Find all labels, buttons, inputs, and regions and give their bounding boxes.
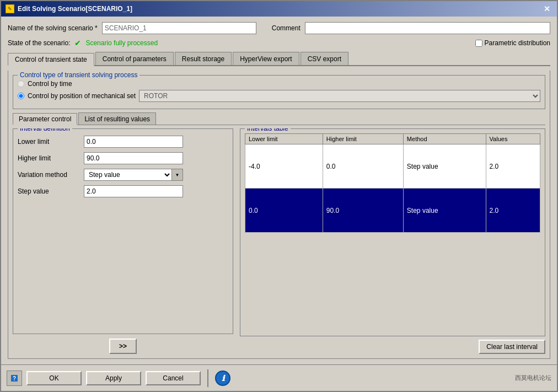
inner-tab-param-control[interactable]: Parameter control xyxy=(13,113,77,125)
state-row: State of the scenario: ✔ Scenario fully … xyxy=(8,39,550,47)
arrow-btn-row: >> xyxy=(13,334,233,354)
intervals-table-title: Intervals table xyxy=(245,128,291,132)
intervals-group: Intervals table Lower limit Higher limit… xyxy=(240,128,545,336)
content-area: Name of the solving scenario * Comment S… xyxy=(1,17,557,364)
control-type-title: Control type of transient solving proces… xyxy=(18,71,140,79)
col-values: Values xyxy=(486,134,540,144)
scenario-name-row: Name of the solving scenario * Comment xyxy=(8,22,550,34)
table-row[interactable]: -4.00.0Step value2.0 xyxy=(245,144,540,189)
close-button[interactable]: ✕ xyxy=(541,3,552,14)
variation-method-label: Variation method xyxy=(18,171,84,179)
info-icon: ℹ xyxy=(215,370,230,386)
lower-limit-input[interactable] xyxy=(84,136,183,148)
parametric-distribution-label: Parametric distribution xyxy=(485,39,550,47)
app-icon: ✎ xyxy=(6,4,14,13)
higher-limit-input[interactable] xyxy=(84,152,183,164)
lower-limit-row: Lower limit xyxy=(18,136,228,148)
right-panel: Intervals table Lower limit Higher limit… xyxy=(240,128,545,354)
dropdown-arrow-icon: ▼ xyxy=(172,169,183,181)
inner-tab-resulting-values[interactable]: List of resulting values xyxy=(78,112,156,125)
parametric-distribution-checkbox[interactable] xyxy=(475,40,482,47)
main-window: ✎ Edit Solving Scenario[SCENARIO_1] ✕ Na… xyxy=(0,0,558,392)
variation-method-wrapper: Step value Number of steps ▼ xyxy=(84,169,183,181)
step-value-input[interactable] xyxy=(84,185,183,197)
radio-control-by-time[interactable] xyxy=(18,80,24,87)
state-value: Scenario fully processed xyxy=(85,39,158,47)
step-value-row: Step value xyxy=(18,185,228,197)
variation-method-row: Variation method Step value Number of st… xyxy=(18,169,228,181)
bottom-icon: ? xyxy=(7,370,22,386)
scenario-name-label: Name of the solving scenario * xyxy=(8,24,98,32)
separator xyxy=(207,369,208,387)
radio-control-by-position[interactable] xyxy=(18,93,24,99)
scenario-name-input[interactable] xyxy=(102,22,256,34)
mechanical-set-select[interactable]: ROTOR xyxy=(139,90,540,102)
interval-definition-group: Interval definition Lower limit Higher l… xyxy=(13,128,233,334)
control-type-group: Control type of transient solving proces… xyxy=(13,75,545,109)
col-lower-limit: Lower limit xyxy=(245,134,323,144)
svg-text:?: ? xyxy=(13,375,16,382)
comment-label: Comment xyxy=(272,24,301,32)
tab-transient[interactable]: Control of transient state xyxy=(8,53,94,66)
window-title: Edit Solving Scenario[SCENARIO_1] xyxy=(18,5,132,13)
higher-limit-row: Higher limit xyxy=(18,152,228,164)
watermark: 西莫电机论坛 xyxy=(515,374,551,382)
radio-time-label: Control by time xyxy=(28,80,72,88)
tab-result[interactable]: Result storage xyxy=(175,52,232,65)
parametric-dist-row: Parametric distribution xyxy=(475,39,550,47)
lower-limit-label: Lower limit xyxy=(18,138,84,146)
apply-button[interactable]: Apply xyxy=(86,371,141,385)
interval-def-title: Interval definition xyxy=(18,128,72,132)
col-higher-limit: Higher limit xyxy=(323,134,403,144)
tab-csv[interactable]: CSV export xyxy=(301,52,348,65)
step-value-label: Step value xyxy=(18,187,84,195)
radio-position-row: Control by position of mechanical set RO… xyxy=(18,90,540,102)
state-checkmark: ✔ xyxy=(74,39,81,47)
bottom-bar: ? OK Apply Cancel ℹ 西莫电机论坛 xyxy=(1,364,557,391)
tab-hyperview[interactable]: HyperView export xyxy=(233,52,299,65)
main-tab-strip: Control of transient state Control of pa… xyxy=(8,52,550,66)
higher-limit-label: Higher limit xyxy=(18,154,84,162)
clear-btn-row: Clear last interval xyxy=(240,340,545,354)
tab-content: Control type of transient solving proces… xyxy=(8,71,550,359)
clear-last-interval-button[interactable]: Clear last interval xyxy=(479,340,545,354)
radio-time-row: Control by time xyxy=(18,80,540,88)
inner-tab-strip: Parameter control List of resulting valu… xyxy=(13,112,545,125)
title-bar-left: ✎ Edit Solving Scenario[SCENARIO_1] xyxy=(6,4,132,13)
ok-button[interactable]: OK xyxy=(26,371,82,385)
left-panel: Interval definition Lower limit Higher l… xyxy=(13,128,233,354)
tab-parameters[interactable]: Control of parameters xyxy=(95,52,174,65)
cancel-button[interactable]: Cancel xyxy=(146,371,201,385)
radio-position-label: Control by position of mechanical set xyxy=(28,92,136,100)
two-panel: Interval definition Lower limit Higher l… xyxy=(13,128,545,354)
intervals-table: Lower limit Higher limit Method Values -… xyxy=(245,133,540,233)
transfer-button[interactable]: >> xyxy=(109,339,137,354)
state-label: State of the scenario: xyxy=(8,39,70,47)
variation-method-select[interactable]: Step value Number of steps xyxy=(84,169,172,181)
table-row[interactable]: 0.090.0Step value2.0 xyxy=(245,189,540,233)
col-method: Method xyxy=(403,134,486,144)
title-bar: ✎ Edit Solving Scenario[SCENARIO_1] ✕ xyxy=(1,1,557,17)
comment-input[interactable] xyxy=(305,22,550,34)
